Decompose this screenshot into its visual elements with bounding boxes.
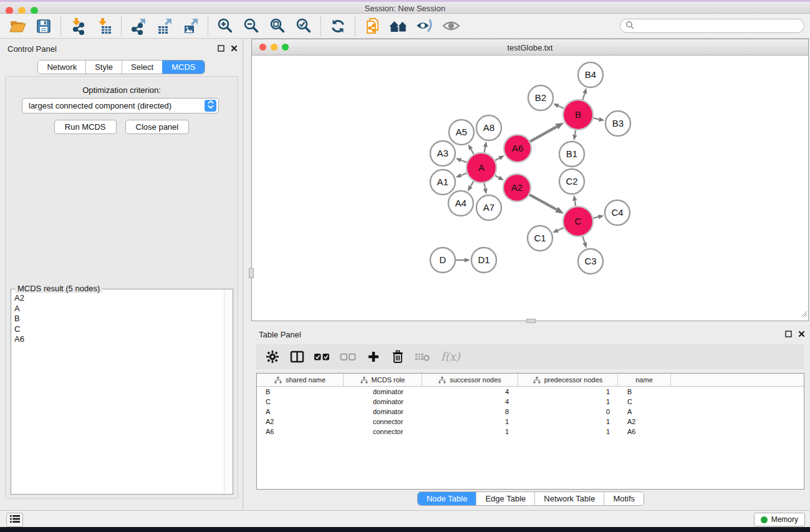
birdseye-handle-left[interactable]	[249, 268, 254, 278]
column-header-name[interactable]: name	[618, 374, 671, 386]
zoom-selected-icon[interactable]	[292, 16, 315, 37]
session-title: Session: New Session	[0, 4, 810, 13]
graph-edge-A-A1[interactable]	[461, 173, 466, 176]
control-panel: Control Panel NetworkStyleSelectMCDS Opt…	[0, 39, 243, 510]
delete-column-icon[interactable]	[390, 348, 405, 365]
graph-edge-A-A3[interactable]	[461, 160, 466, 163]
graph-edge-arrow	[483, 142, 488, 148]
graph-edge-C-C1[interactable]	[557, 228, 564, 230]
graph-node-label: D1	[478, 254, 489, 265]
mcds-result-item[interactable]: A6	[12, 334, 224, 345]
add-column-icon[interactable]	[366, 348, 381, 365]
mcds-result-item[interactable]: C	[12, 324, 224, 335]
float-panel-icon[interactable]	[218, 45, 224, 52]
hide-graphics-icon[interactable]	[413, 16, 436, 37]
mcds-result-item[interactable]: A	[12, 304, 224, 314]
column-header-shared-name[interactable]: shared name	[257, 374, 344, 386]
graph-edge-A-A7[interactable]	[485, 183, 486, 189]
graph-node-label: A8	[483, 122, 494, 133]
open-session-icon[interactable]	[6, 16, 29, 37]
graph-node-label: B3	[612, 118, 624, 128]
table-tab-edge-table[interactable]: Edge Table	[476, 492, 534, 505]
delete-table-icon[interactable]	[415, 348, 430, 365]
import-table-icon[interactable]	[93, 16, 115, 37]
graph-edge-arrow	[468, 144, 473, 150]
run-mcds-button[interactable]: Run MCDS	[54, 120, 117, 134]
graph-edge-B-B1[interactable]	[575, 130, 576, 135]
import-network-icon[interactable]	[67, 16, 89, 37]
home-icon[interactable]	[387, 16, 410, 37]
graph-edge-C-C4[interactable]	[593, 217, 598, 218]
graph-edge-C-C3[interactable]	[582, 236, 584, 243]
graph-edge-B-B4[interactable]	[582, 94, 584, 100]
task-history-button[interactable]	[6, 513, 23, 527]
optimization-criterion-select[interactable]: largest connected component (directed)	[22, 98, 219, 114]
birdseye-handle-bottom[interactable]	[526, 319, 536, 323]
graph-edge-A-A4[interactable]	[471, 181, 474, 187]
clone-network-icon[interactable]	[361, 16, 383, 37]
mcds-result-item[interactable]: A2	[12, 293, 224, 304]
table-row[interactable]: A6connector11A6	[257, 427, 804, 437]
table-cell: C	[618, 397, 671, 407]
save-session-icon[interactable]	[32, 16, 55, 37]
table-cell: 1	[518, 387, 618, 397]
table-header-row: shared nameMCDS rolesuccessor nodesprede…	[257, 374, 804, 387]
refresh-icon[interactable]	[327, 16, 349, 37]
table-close-icon[interactable]	[798, 331, 805, 337]
deselect-all-icon[interactable]	[340, 348, 357, 365]
table-cell: 8	[422, 407, 518, 417]
network-canvas[interactable]: AA1A2A3A4A5A6A7A8BB1B2B3B4CC1C2C3C4DD1	[252, 56, 808, 321]
graph-edge-A-A8[interactable]	[485, 147, 486, 152]
table-cell: dominator	[344, 397, 422, 407]
table-row[interactable]: Bdominator41B	[257, 387, 804, 397]
select-all-icon[interactable]	[314, 348, 330, 365]
graph-edge-arrow	[555, 123, 564, 130]
toolbar-separator	[208, 16, 208, 36]
zoom-in-icon[interactable]	[214, 16, 236, 37]
show-graphics-icon[interactable]	[440, 16, 462, 37]
graph-edge-C-C2[interactable]	[575, 201, 576, 206]
graph-node-label: A2	[511, 182, 523, 193]
tab-style[interactable]: Style	[85, 60, 122, 74]
tab-mcds[interactable]: MCDS	[162, 60, 204, 74]
split-panel-icon[interactable]	[289, 348, 304, 365]
close-panel-icon[interactable]	[231, 45, 238, 52]
tab-select[interactable]: Select	[122, 60, 162, 74]
table-row[interactable]: A2connector11A2	[257, 417, 804, 427]
export-image-icon[interactable]	[180, 16, 202, 37]
gear-icon[interactable]	[265, 348, 280, 365]
graph-edge-arrow	[498, 155, 504, 160]
table-tab-motifs[interactable]: Motifs	[604, 492, 644, 505]
table-tab-node-table[interactable]: Node Table	[418, 492, 476, 505]
export-table-icon[interactable]	[153, 16, 176, 37]
table-float-icon[interactable]	[785, 331, 792, 337]
close-panel-button[interactable]: Close panel	[125, 120, 190, 134]
column-header-successor-nodes[interactable]: successor nodes	[422, 374, 518, 386]
graph-edge-A-A6[interactable]	[495, 158, 499, 161]
table-row[interactable]: Adominator80A	[257, 407, 804, 417]
graph-edge-A-A5[interactable]	[471, 149, 474, 154]
column-header-predecessor-nodes[interactable]: predecessor nodes	[518, 374, 618, 386]
zoom-out-icon[interactable]	[240, 16, 263, 37]
graph-edge-B-B3[interactable]	[593, 118, 599, 119]
desktop-background	[0, 527, 810, 532]
search-box[interactable]	[620, 19, 804, 33]
tab-network[interactable]: Network	[38, 60, 85, 74]
mcds-result-item[interactable]: B	[12, 314, 224, 324]
table-cell: 1	[422, 427, 518, 437]
function-builder-icon[interactable]: f(x)	[440, 348, 462, 365]
zoom-fit-icon[interactable]	[266, 16, 289, 37]
graph-edge-A2-C[interactable]	[529, 195, 557, 210]
graph-edge-A6-B[interactable]	[530, 127, 557, 142]
graph-edge-B-B2[interactable]	[558, 106, 564, 109]
graph-edge-arrow	[468, 185, 473, 191]
table-row[interactable]: Cdominator41C	[257, 397, 804, 407]
result-scrollbar[interactable]	[224, 290, 232, 493]
column-header-MCDS-role[interactable]: MCDS role	[344, 374, 422, 386]
table-tab-network-table[interactable]: Network Table	[534, 492, 604, 505]
graph-edge-A-A2[interactable]	[495, 175, 499, 178]
memory-button[interactable]: Memory	[754, 513, 805, 526]
export-network-icon[interactable]	[127, 16, 150, 37]
resize-grip-icon[interactable]	[800, 309, 808, 320]
search-input[interactable]	[637, 22, 793, 31]
